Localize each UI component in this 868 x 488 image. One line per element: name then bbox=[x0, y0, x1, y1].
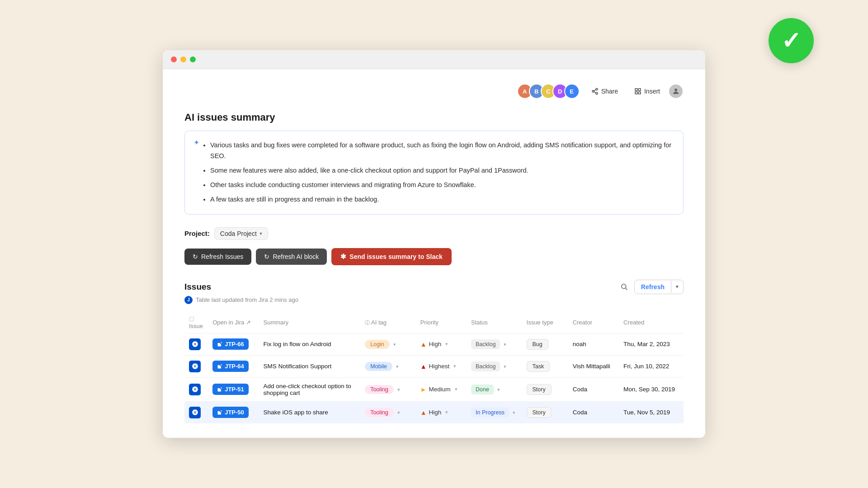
project-row: Project: Coda Project ▾ bbox=[184, 227, 684, 240]
aitag-dropdown-arrow[interactable]: ▾ bbox=[396, 364, 399, 369]
aitag-dropdown-arrow[interactable]: ▾ bbox=[397, 387, 400, 392]
cell-jira-link[interactable]: JTP-50 bbox=[208, 401, 259, 423]
jira-icon-small bbox=[192, 341, 198, 347]
jira-link-button[interactable]: JTP-64 bbox=[212, 361, 249, 372]
ai-tag-badge[interactable]: Login bbox=[365, 340, 390, 349]
cell-status[interactable]: Backlog ▾ bbox=[467, 355, 522, 377]
priority-dropdown-arrow[interactable]: ▾ bbox=[445, 409, 448, 415]
status-dropdown-arrow[interactable]: ▾ bbox=[504, 342, 506, 347]
cell-priority[interactable]: ▲ Highest ▾ bbox=[416, 355, 467, 377]
svg-point-9 bbox=[675, 89, 677, 91]
issues-table: ☐ Issue Open in Jira ↗ Summary ⓘ AI tag … bbox=[184, 312, 684, 423]
svg-point-10 bbox=[622, 284, 626, 289]
table-row: JTP-50 Shake iOS app to share Tooling ▾ … bbox=[184, 401, 684, 423]
svg-point-0 bbox=[596, 89, 598, 90]
user-avatar[interactable] bbox=[668, 84, 684, 99]
refresh-ai-label: Refresh AI block bbox=[273, 253, 319, 260]
aitag-dropdown-arrow[interactable]: ▾ bbox=[397, 410, 400, 415]
summary-item-3: Other tasks include conducting customer … bbox=[210, 180, 672, 191]
cell-type: Bug bbox=[522, 333, 568, 355]
browser-window: A B C D E Share Insert bbox=[163, 50, 705, 438]
issues-header: Issues Refresh ▾ bbox=[184, 280, 684, 294]
col-header-type: Issue type bbox=[522, 312, 568, 333]
ai-tag-badge[interactable]: Tooling bbox=[365, 385, 394, 394]
table-row: JTP-66 Fix log in flow on Android Login … bbox=[184, 333, 684, 355]
cell-priority[interactable]: ▲ High ▾ bbox=[416, 401, 467, 423]
svg-rect-5 bbox=[635, 89, 637, 91]
page-title: AI issues summary bbox=[184, 112, 684, 123]
aitag-dropdown-arrow[interactable]: ▾ bbox=[393, 342, 396, 347]
cell-created: Tue, Nov 5, 2019 bbox=[619, 401, 684, 423]
cell-status[interactable]: Backlog ▾ bbox=[467, 333, 522, 355]
last-updated-text: Table last updated from Jira 2 mins ago bbox=[196, 296, 298, 303]
cell-status[interactable]: Done ▾ bbox=[467, 377, 522, 401]
browser-content: A B C D E Share Insert bbox=[163, 69, 705, 438]
refresh-issues-button[interactable]: ↻ Refresh Issues bbox=[184, 249, 251, 265]
cell-jira-link[interactable]: JTP-66 bbox=[208, 333, 259, 355]
insert-button[interactable]: Insert bbox=[630, 85, 665, 98]
jira-icon: J bbox=[184, 296, 193, 304]
priority-cell: ▲ High ▾ bbox=[420, 409, 462, 416]
external-link-icon bbox=[217, 342, 222, 347]
cell-creator: Coda bbox=[568, 401, 619, 423]
refresh-dropdown-button[interactable]: ▾ bbox=[671, 281, 683, 293]
close-button[interactable] bbox=[171, 56, 177, 62]
cell-priority[interactable]: ▲ High ▾ bbox=[416, 333, 467, 355]
browser-titlebar bbox=[163, 50, 705, 69]
status-dropdown-arrow[interactable]: ▾ bbox=[504, 364, 506, 369]
priority-dropdown-arrow[interactable]: ▾ bbox=[445, 341, 448, 347]
search-button[interactable] bbox=[618, 280, 631, 293]
maximize-button[interactable] bbox=[190, 56, 196, 62]
avatar: E bbox=[564, 84, 580, 99]
cell-status[interactable]: In Progress ▾ bbox=[467, 401, 522, 423]
search-icon bbox=[620, 283, 628, 291]
priority-dropdown-arrow[interactable]: ▾ bbox=[453, 363, 456, 369]
ai-tag-badge[interactable]: Mobile bbox=[365, 362, 392, 371]
cell-jira-link[interactable]: JTP-51 bbox=[208, 377, 259, 401]
action-buttons-row: ↻ Refresh Issues ↻ Refresh AI block ✱ Se… bbox=[184, 248, 684, 265]
cell-created: Mon, Sep 30, 2019 bbox=[619, 377, 684, 401]
cell-type: Task bbox=[522, 355, 568, 377]
priority-dropdown-arrow[interactable]: ▾ bbox=[455, 386, 458, 392]
refresh-issues-icon: ↻ bbox=[193, 253, 198, 260]
refresh-issues-label: Refresh Issues bbox=[201, 253, 243, 260]
jira-row-icon bbox=[189, 407, 201, 418]
share-label: Share bbox=[601, 88, 618, 95]
cell-jira-link[interactable]: JTP-64 bbox=[208, 355, 259, 377]
priority-icon: ► bbox=[420, 386, 427, 393]
minimize-button[interactable] bbox=[180, 56, 186, 62]
refresh-main-button[interactable]: Refresh bbox=[635, 280, 671, 294]
cell-type: Story bbox=[522, 401, 568, 423]
issues-actions: Refresh ▾ bbox=[618, 280, 684, 294]
priority-cell: ▲ High ▾ bbox=[420, 341, 462, 348]
cell-aitag[interactable]: Login ▾ bbox=[360, 333, 416, 355]
insert-label: Insert bbox=[644, 88, 660, 95]
cell-issue-icon bbox=[184, 355, 208, 377]
jira-link-button[interactable]: JTP-66 bbox=[212, 338, 249, 350]
cell-aitag[interactable]: Tooling ▾ bbox=[360, 377, 416, 401]
cell-issue-icon bbox=[184, 377, 208, 401]
insert-icon bbox=[634, 88, 642, 95]
cell-aitag[interactable]: Tooling ▾ bbox=[360, 401, 416, 423]
cell-creator: Coda bbox=[568, 377, 619, 401]
type-badge: Story bbox=[527, 407, 552, 418]
jira-link-button[interactable]: JTP-51 bbox=[212, 384, 249, 395]
cell-priority[interactable]: ► Medium ▾ bbox=[416, 377, 467, 401]
status-dropdown-arrow[interactable]: ▾ bbox=[497, 387, 500, 392]
summary-item-1: Various tasks and bug fixes were complet… bbox=[210, 140, 672, 162]
chevron-down-icon: ▾ bbox=[259, 230, 262, 237]
jira-row-icon bbox=[189, 338, 201, 350]
refresh-ai-button[interactable]: ↻ Refresh AI block bbox=[256, 249, 327, 265]
project-dropdown[interactable]: Coda Project ▾ bbox=[214, 227, 268, 240]
ai-tag-badge[interactable]: Tooling bbox=[365, 408, 394, 417]
ai-summary-list: Various tasks and bug fixes were complet… bbox=[196, 140, 672, 205]
cell-aitag[interactable]: Mobile ▾ bbox=[360, 355, 416, 377]
col-header-aitag: ⓘ AI tag bbox=[360, 312, 416, 333]
col-header-creator: Creator bbox=[568, 312, 619, 333]
jira-link-button[interactable]: JTP-50 bbox=[212, 407, 249, 418]
col-header-openjira[interactable]: Open in Jira ↗ bbox=[208, 312, 259, 333]
status-dropdown-arrow[interactable]: ▾ bbox=[513, 410, 515, 415]
share-button[interactable]: Share bbox=[587, 85, 623, 98]
send-slack-button[interactable]: ✱ Send issues summary to Slack bbox=[331, 248, 451, 265]
cell-summary: Add one-click checkout option to shoppin… bbox=[259, 377, 360, 401]
